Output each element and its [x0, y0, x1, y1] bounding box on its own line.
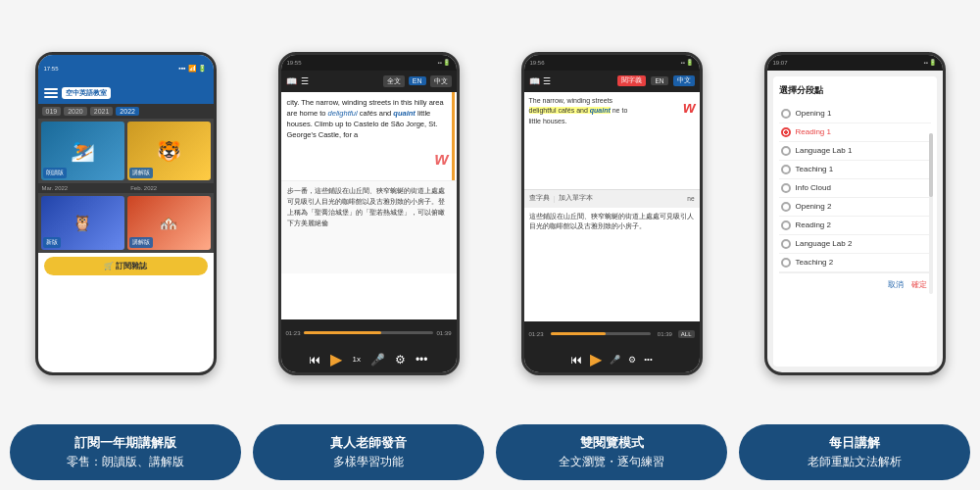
radio-opening2 — [781, 202, 791, 212]
list-icon-3[interactable]: ☰ — [543, 76, 551, 86]
phone-wrapper-1: 17:55 ▪▪▪ 📶 🔋 空中英語教室 019 2020 2 — [10, 10, 241, 416]
mic-btn-3[interactable]: 🎤 — [610, 355, 620, 365]
signal-4: ▪▪ 🔋 — [924, 59, 937, 66]
reading-badge: 閱字義 — [617, 75, 646, 86]
controls-2: ⏮ ▶ 1x 🎤 ⚙ ••• — [281, 347, 457, 372]
toolbar-3: 📖 ☰ 閱字義 EN 中文 — [524, 71, 700, 92]
phone-card-3: 19:56 ▪▪ 🔋 📖 ☰ 閱字義 EN 中文 w The nar — [496, 10, 727, 480]
dialog-footer: 取消 確定 — [779, 272, 931, 296]
mic-button[interactable]: 🎤 — [370, 353, 385, 367]
menu-item-teaching1[interactable]: Teaching 1 — [779, 161, 931, 179]
highlighted-text-3: delightful cafés and quaint — [529, 107, 611, 114]
time-4: 19:07 — [773, 60, 788, 66]
main-container: 17:55 ▪▪▪ 📶 🔋 空中英語教室 019 2020 2 — [10, 10, 970, 480]
progress-bar-2[interactable] — [304, 331, 434, 334]
radio-opening1 — [781, 109, 791, 119]
vocab-label[interactable]: 加入單字本 — [559, 194, 593, 203]
menu-item-reading1[interactable]: Reading 1 — [779, 123, 931, 142]
chinese-content: 步一番，這些鋪設在山丘間、狹窄蜿蜒的街道上處處可見吸引人目光的咖啡館以及古雅別致… — [281, 180, 457, 273]
confirm-button[interactable]: 確定 — [911, 279, 927, 290]
mag-label-3: 新版 — [43, 237, 61, 248]
lang-btn-full[interactable]: 全文 — [383, 75, 405, 87]
caption-2-line1: 真人老師發音 — [269, 434, 468, 452]
phone-2: 19:55 ▪▪ 🔋 📖 ☰ 全文 EN 中文 city. The narrow… — [278, 52, 460, 375]
lang-btn-cn[interactable]: 中文 — [430, 75, 452, 87]
label-opening2: Opening 2 — [796, 202, 832, 211]
dialog-title: 選擇分段點 — [779, 84, 931, 97]
menu-item-opening2[interactable]: Opening 2 — [779, 198, 931, 217]
book-icon-3[interactable]: 📖 — [529, 76, 540, 86]
more-btn-3[interactable]: ••• — [644, 355, 652, 364]
caption-4: 每日講解 老師重點文法解析 — [739, 424, 970, 480]
screen-2: 19:55 ▪▪ 🔋 📖 ☰ 全文 EN 中文 city. The narrow… — [281, 55, 457, 372]
play-btn-3[interactable]: ▶ — [590, 350, 602, 368]
speed-button[interactable]: 1x — [352, 355, 360, 364]
caption-2-line2: 多樣學習功能 — [269, 454, 468, 470]
dict-label[interactable]: 查字典 — [529, 194, 550, 203]
rewind-btn-3[interactable]: ⏮ — [570, 353, 582, 367]
book-icon[interactable]: 📖 — [286, 76, 297, 86]
year-tabs: 019 2020 2021 2022 — [38, 104, 214, 119]
phone-wrapper-4: 19:07 ▪▪ 🔋 選擇分段點 Opening 1 Readi — [739, 10, 970, 416]
statusbar-2: 19:55 ▪▪ 🔋 — [281, 55, 457, 71]
screen-3: 19:56 ▪▪ 🔋 📖 ☰ 閱字義 EN 中文 w The nar — [524, 55, 700, 372]
radio-infocloud — [781, 183, 791, 193]
year-2022[interactable]: 2022 — [116, 107, 139, 116]
scroll-indicator — [452, 92, 455, 180]
menu-item-languagelab2[interactable]: Language Lab 2 — [779, 235, 931, 254]
radio-languagelab1 — [781, 146, 791, 156]
progress-bar-3[interactable] — [551, 332, 651, 335]
lang-en-3[interactable]: EN — [651, 76, 667, 85]
menu-item-opening1[interactable]: Opening 1 — [779, 105, 931, 123]
time-2: 19:55 — [287, 60, 302, 66]
w-logo: w — [434, 146, 448, 172]
mag-thumb-2[interactable]: 🐯 講解版 — [127, 122, 211, 180]
year-2020[interactable]: 2020 — [64, 107, 87, 116]
gear-btn-3[interactable]: ⚙ — [628, 355, 636, 365]
menu-item-teaching2[interactable]: Teaching 2 — [779, 254, 931, 272]
bottom-panel-3: 這些鋪設在山丘間、狹窄蜿蜒的街道上處處可見吸引人目光的咖啡館以及古雅別致的小房子… — [524, 208, 700, 321]
player-bar-2: 01:23 01:39 — [281, 319, 457, 347]
app-logo: 空中英語教室 — [62, 87, 111, 99]
lang-btn-en[interactable]: EN — [409, 76, 426, 85]
time-end-3: 01:39 — [658, 331, 672, 337]
menu-icon[interactable] — [44, 88, 58, 98]
statusbar-1: 17:55 ▪▪▪ 📶 🔋 — [38, 55, 214, 82]
phone-card-1: 17:55 ▪▪▪ 📶 🔋 空中英語教室 019 2020 2 — [10, 10, 241, 480]
year-2021[interactable]: 2021 — [90, 107, 114, 116]
menu-item-reading2[interactable]: Reading 2 — [779, 217, 931, 235]
rewind-button[interactable]: ⏮ — [309, 353, 320, 367]
signal-2: ▪▪ 🔋 — [438, 59, 451, 66]
mag-label-1: 朗讀版 — [43, 168, 67, 178]
mag-thumb-1[interactable]: ⛷️ 朗讀版 — [41, 122, 124, 180]
label-teaching2: Teaching 2 — [796, 258, 834, 267]
caption-4-line1: 每日講解 — [755, 434, 955, 452]
subscribe-button[interactable]: 🛒 訂閱雜誌 — [44, 257, 208, 275]
statusbar-4: 19:07 ▪▪ 🔋 — [767, 55, 943, 71]
label-languagelab1: Language Lab 1 — [796, 146, 853, 155]
menu-item-infocloud[interactable]: Info Cloud — [779, 179, 931, 198]
phone-1: 17:55 ▪▪▪ 📶 🔋 空中英語教室 019 2020 2 — [35, 52, 217, 375]
dialog-box: 選擇分段點 Opening 1 Reading 1 Language — [773, 76, 937, 367]
label-opening1: Opening 1 — [796, 109, 832, 118]
menu-item-languagelab1[interactable]: Language Lab 1 — [779, 142, 931, 161]
play-button[interactable]: ▶ — [330, 350, 342, 368]
radio-reading2 — [781, 220, 791, 230]
caption-1-line2: 零售：朗讀版、講解版 — [25, 454, 225, 470]
progress-fill-3 — [551, 332, 606, 335]
mag-thumb-3[interactable]: 🦉 新版 — [41, 196, 124, 250]
year-019[interactable]: 019 — [42, 107, 62, 116]
date-1: Mar. 2022 — [42, 185, 69, 191]
screen-4: 19:07 ▪▪ 🔋 選擇分段點 Opening 1 Readi — [767, 55, 943, 372]
label-reading2: Reading 2 — [796, 220, 831, 229]
divider: | — [554, 195, 556, 202]
cancel-button[interactable]: 取消 — [888, 279, 904, 290]
mag-thumb-4[interactable]: 🏘️ 講解版 — [127, 196, 211, 250]
gear-icon[interactable]: ⚙ — [395, 353, 406, 367]
more-button[interactable]: ••• — [416, 353, 428, 367]
radio-teaching2 — [781, 258, 791, 268]
caption-4-line2: 老師重點文法解析 — [755, 454, 955, 470]
lang-cn-3[interactable]: 中文 — [673, 75, 695, 86]
all-btn[interactable]: ALL — [678, 330, 695, 338]
list-icon[interactable]: ☰ — [301, 76, 309, 86]
